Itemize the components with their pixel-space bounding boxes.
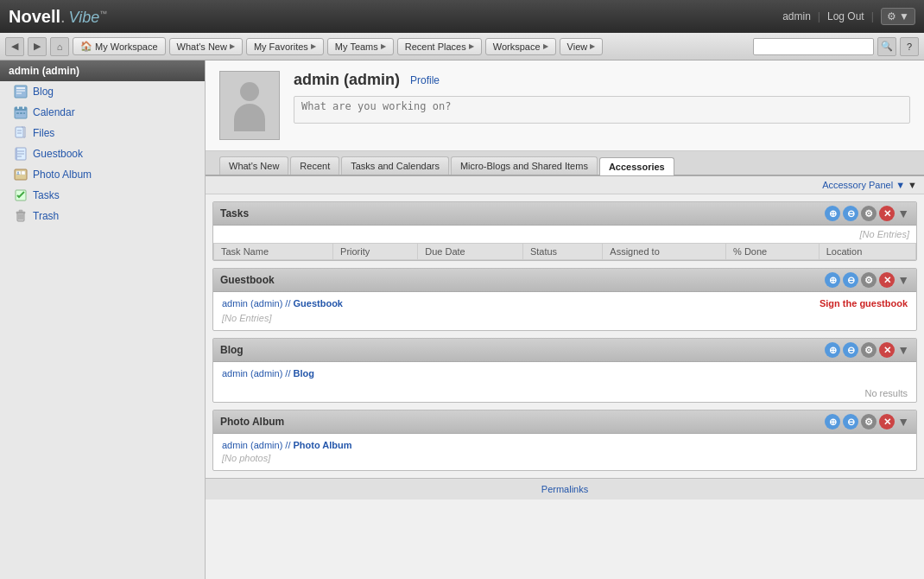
profile-name: admin (admin) xyxy=(294,71,400,89)
profile-link[interactable]: Profile xyxy=(410,74,440,86)
tasks-panel-header: Tasks ⊕ ⊖ ⚙ ✕ ▼ xyxy=(213,202,916,226)
blog-label: Blog xyxy=(33,86,54,98)
photoalbum-gear-button[interactable]: ⚙ xyxy=(861,414,877,429)
whats-new-arrow: ▶ xyxy=(230,42,235,50)
svg-rect-8 xyxy=(16,112,19,114)
recent-places-label: Recent Places xyxy=(405,41,466,52)
sidebar: admin (admin) Blog Calendar Files Guestb… xyxy=(0,60,206,579)
photoalbum-panel-controls: ⊕ ⊖ ⚙ ✕ ▼ xyxy=(825,414,909,429)
guestbook-panel-controls: ⊕ ⊖ ⚙ ✕ ▼ xyxy=(825,272,909,288)
sign-guestbook-link[interactable]: Sign the guestbook xyxy=(820,298,908,309)
header-separator2: | xyxy=(871,10,874,22)
sidebar-item-blog[interactable]: Blog xyxy=(0,81,205,102)
guestbook-close-button[interactable]: ✕ xyxy=(879,272,895,288)
sidebar-item-guestbook[interactable]: Guestbook xyxy=(0,143,205,164)
accessory-panel-link[interactable]: Accessory Panel ▼ xyxy=(822,180,908,190)
help-button[interactable]: ? xyxy=(900,37,919,56)
logo-vibe: Vibe™ xyxy=(69,9,108,27)
guestbook-folder-link[interactable]: Guestbook xyxy=(294,298,343,309)
guestbook-down-button[interactable]: ⊖ xyxy=(843,272,858,288)
blog-gear-button[interactable]: ⚙ xyxy=(861,342,877,358)
tab-whats-new[interactable]: What's New xyxy=(219,156,288,175)
my-workspace-button[interactable]: 🏠 My Workspace xyxy=(73,37,166,55)
blog-close-button[interactable]: ✕ xyxy=(879,342,895,358)
sidebar-item-trash[interactable]: Trash xyxy=(0,206,205,226)
tab-microblogs[interactable]: Micro-Blogs and Shared Items xyxy=(451,156,598,175)
nav-forward-button[interactable]: ▶ xyxy=(28,37,47,56)
accessory-collapse-icon: ▼ xyxy=(908,180,917,190)
profile-textarea[interactable] xyxy=(294,96,910,124)
my-favorites-button[interactable]: My Favorites ▶ xyxy=(246,38,324,55)
logout-link[interactable]: Log Out xyxy=(827,10,864,22)
guestbook-panel: Guestbook ⊕ ⊖ ⚙ ✕ ▼ admin (admin) // Gue… xyxy=(212,268,917,331)
tasks-icon xyxy=(14,188,28,202)
tasks-collapse-button[interactable]: ▼ xyxy=(897,207,909,220)
admin-user-link[interactable]: admin xyxy=(782,10,811,22)
photoalbum-collapse-button[interactable]: ▼ xyxy=(897,415,909,429)
tasks-gear-button[interactable]: ⚙ xyxy=(861,206,877,221)
files-label: Files xyxy=(33,127,54,139)
my-teams-label: My Teams xyxy=(335,41,378,52)
nav-back-button[interactable]: ◀ xyxy=(5,37,24,56)
blog-folder-link[interactable]: Blog xyxy=(294,368,314,379)
recent-places-button[interactable]: Recent Places ▶ xyxy=(397,38,482,55)
blog-up-button[interactable]: ⊕ xyxy=(825,342,840,358)
settings-gear-button[interactable]: ⚙ ▼ xyxy=(881,8,915,25)
photoalbum-path: admin (admin) // Photo Album xyxy=(222,439,908,451)
guestbook-label: Guestbook xyxy=(33,148,83,160)
photoalbum-admin-link[interactable]: admin (admin) // xyxy=(222,440,294,450)
workspace-label: Workspace xyxy=(493,41,541,52)
content-area: admin (admin) Profile What's New Recent … xyxy=(206,60,924,579)
view-label: View xyxy=(567,41,588,52)
blog-panel-controls: ⊕ ⊖ ⚙ ✕ ▼ xyxy=(825,342,909,358)
tasks-table: Task Name Priority Due Date Status Assig… xyxy=(213,243,916,260)
tab-accessories[interactable]: Accessories xyxy=(599,157,674,175)
photoalbum-panel-title: Photo Album xyxy=(220,416,284,428)
footer: Permalinks xyxy=(206,478,924,499)
col-status: Status xyxy=(522,244,602,260)
photoalbum-down-button[interactable]: ⊖ xyxy=(843,414,858,429)
logo-dot: . xyxy=(60,7,66,27)
nav-home-button[interactable]: ⌂ xyxy=(50,37,69,56)
profile-info: admin (admin) Profile xyxy=(294,71,910,126)
sidebar-item-tasks[interactable]: Tasks xyxy=(0,185,205,206)
avatar-body xyxy=(234,104,265,131)
guestbook-collapse-button[interactable]: ▼ xyxy=(897,273,909,287)
svg-rect-23 xyxy=(22,171,25,175)
photoalbum-up-button[interactable]: ⊕ xyxy=(825,414,840,429)
sidebar-item-photoalbum[interactable]: Photo Album xyxy=(0,164,205,185)
blog-no-results: No results xyxy=(213,385,916,402)
blog-admin-link[interactable]: admin (admin) // xyxy=(222,368,294,379)
photoalbum-close-button[interactable]: ✕ xyxy=(879,414,895,429)
tasks-down-button[interactable]: ⊖ xyxy=(843,206,858,221)
col-priority: Priority xyxy=(333,244,418,260)
guestbook-up-button[interactable]: ⊕ xyxy=(825,272,840,288)
blog-icon xyxy=(14,85,28,99)
tasks-panel: Tasks ⊕ ⊖ ⚙ ✕ ▼ [No Entries] Task Name P… xyxy=(212,201,917,261)
workspace-button[interactable]: Workspace ▶ xyxy=(485,38,556,55)
photoalbum-no-photos: [No photos] xyxy=(222,451,908,465)
guestbook-admin-link[interactable]: admin (admin) // xyxy=(222,298,294,309)
blog-down-button[interactable]: ⊖ xyxy=(843,342,858,358)
sidebar-item-calendar[interactable]: Calendar xyxy=(0,102,205,123)
avatar xyxy=(219,71,280,140)
view-button[interactable]: View ▶ xyxy=(560,38,604,55)
permalinks-link[interactable]: Permalinks xyxy=(541,484,588,494)
trash-icon xyxy=(14,209,28,223)
photoalbum-panel-header: Photo Album ⊕ ⊖ ⚙ ✕ ▼ xyxy=(213,410,916,434)
svg-rect-5 xyxy=(15,107,27,111)
tasks-close-button[interactable]: ✕ xyxy=(879,206,895,221)
search-input[interactable] xyxy=(753,38,874,55)
photoalbum-folder-link[interactable]: Photo Album xyxy=(294,440,352,450)
search-button[interactable]: 🔍 xyxy=(877,37,896,56)
guestbook-gear-button[interactable]: ⚙ xyxy=(861,272,877,288)
whats-new-label: What's New xyxy=(177,41,227,52)
sidebar-item-files[interactable]: Files xyxy=(0,123,205,143)
whats-new-button[interactable]: What's New ▶ xyxy=(169,38,243,55)
tasks-up-button[interactable]: ⊕ xyxy=(825,206,840,221)
tab-recent[interactable]: Recent xyxy=(290,156,339,175)
col-location: Location xyxy=(819,244,915,260)
my-teams-button[interactable]: My Teams ▶ xyxy=(327,38,394,55)
tab-tasks-calendars[interactable]: Tasks and Calendars xyxy=(341,156,449,175)
blog-collapse-button[interactable]: ▼ xyxy=(897,343,909,357)
